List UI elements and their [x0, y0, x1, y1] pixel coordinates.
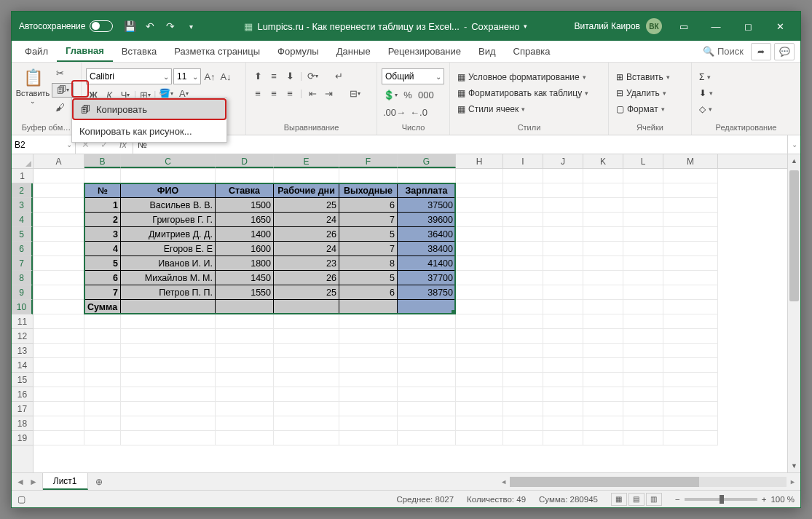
accounting-format-icon[interactable]: 💲▾	[382, 87, 399, 102]
cell[interactable]: Иванов И. И.	[121, 256, 216, 271]
cell[interactable]	[274, 402, 339, 416]
share-button[interactable]: ➦	[751, 43, 771, 60]
cell[interactable]	[274, 169, 339, 183]
cell[interactable]	[623, 329, 663, 344]
format-cells-button[interactable]: ▢Формат▾	[613, 102, 668, 116]
cells-area[interactable]: №ФИОСтавкаРабочие дниВыходныеЗарплата1Ва…	[33, 169, 787, 472]
name-box[interactable]: B2	[12, 135, 76, 154]
cell[interactable]: 36400	[398, 227, 456, 242]
cell[interactable]	[33, 402, 84, 416]
cell[interactable]: 6	[339, 198, 398, 213]
cell[interactable]	[121, 431, 216, 445]
cell[interactable]	[503, 314, 543, 329]
row-header[interactable]: 18	[12, 416, 33, 431]
cell[interactable]	[398, 329, 456, 344]
cell[interactable]	[543, 358, 583, 373]
cell[interactable]	[583, 344, 623, 358]
cell[interactable]: 26	[274, 271, 339, 285]
cell[interactable]	[216, 329, 274, 344]
cell[interactable]	[274, 314, 339, 329]
cell[interactable]	[339, 373, 398, 387]
increase-font-icon[interactable]: A↑	[202, 69, 217, 84]
cell[interactable]	[84, 329, 121, 344]
cell[interactable]	[398, 402, 456, 416]
cell[interactable]	[543, 183, 583, 198]
cell[interactable]: Дмитриев Д. Д.	[121, 227, 216, 242]
cell[interactable]	[503, 387, 543, 402]
cell[interactable]	[339, 300, 398, 314]
column-header[interactable]: D	[216, 154, 274, 168]
menu-item-copy[interactable]: 🗐 Копировать	[73, 99, 226, 119]
cell[interactable]	[456, 271, 503, 285]
cell[interactable]	[456, 416, 503, 431]
cell[interactable]	[339, 387, 398, 402]
comma-format-icon[interactable]: 000	[417, 87, 435, 102]
scroll-up-icon[interactable]: ▲	[788, 154, 800, 167]
cell[interactable]	[543, 431, 583, 445]
zoom-out-icon[interactable]: −	[675, 495, 680, 504]
cell[interactable]	[503, 300, 543, 314]
tab-home[interactable]: Главная	[57, 41, 113, 62]
cell[interactable]: 38750	[398, 285, 456, 300]
align-center-icon[interactable]: ≡	[267, 86, 281, 100]
cell[interactable]	[121, 329, 216, 344]
cell[interactable]	[663, 344, 718, 358]
cell[interactable]	[121, 169, 216, 183]
normal-view-icon[interactable]: ▦	[611, 493, 627, 506]
cell[interactable]	[84, 344, 121, 358]
cell[interactable]	[543, 314, 583, 329]
tab-review[interactable]: Рецензирование	[379, 41, 470, 62]
cell[interactable]: №	[84, 183, 121, 198]
cell[interactable]	[583, 227, 623, 242]
cell[interactable]: 5	[84, 256, 121, 271]
column-header[interactable]: B	[84, 154, 121, 168]
cell[interactable]: 6	[84, 271, 121, 285]
cell[interactable]	[543, 256, 583, 271]
cell[interactable]	[216, 169, 274, 183]
cell[interactable]	[33, 242, 84, 256]
cell[interactable]	[456, 183, 503, 198]
cell[interactable]	[503, 431, 543, 445]
cell[interactable]	[623, 242, 663, 256]
menu-item-copy-as-picture[interactable]: Копировать как рисунок...	[72, 120, 226, 142]
cell[interactable]	[543, 402, 583, 416]
cell[interactable]	[339, 358, 398, 373]
tab-view[interactable]: Вид	[470, 41, 505, 62]
cell[interactable]	[84, 169, 121, 183]
cell[interactable]	[623, 431, 663, 445]
cell[interactable]	[84, 387, 121, 402]
cell[interactable]	[274, 329, 339, 344]
cell[interactable]	[456, 329, 503, 344]
row-header[interactable]: 16	[12, 387, 33, 402]
column-header[interactable]: G	[398, 154, 456, 168]
close-button[interactable]: ✕	[764, 12, 796, 41]
cell[interactable]: 7	[339, 242, 398, 256]
column-header[interactable]: L	[623, 154, 663, 168]
cell[interactable]	[623, 198, 663, 213]
cell[interactable]: Ставка	[216, 183, 274, 198]
scrollbar-thumb[interactable]	[789, 170, 799, 301]
cell[interactable]	[121, 373, 216, 387]
cell[interactable]	[33, 387, 84, 402]
cell[interactable]	[543, 416, 583, 431]
cell[interactable]: Рабочие дни	[274, 183, 339, 198]
cell[interactable]	[84, 402, 121, 416]
font-name-select[interactable]: Calibri	[86, 68, 172, 84]
insert-cells-button[interactable]: ⊞Вставить▾	[613, 70, 673, 84]
cell[interactable]	[456, 344, 503, 358]
cell[interactable]	[216, 387, 274, 402]
font-size-select[interactable]: 11	[173, 68, 201, 84]
cell[interactable]	[583, 358, 623, 373]
saved-dropdown-icon[interactable]: ▾	[524, 23, 527, 30]
cell[interactable]: 24	[274, 242, 339, 256]
cell[interactable]	[543, 344, 583, 358]
cell[interactable]	[33, 344, 84, 358]
cell[interactable]	[503, 271, 543, 285]
delete-cells-button[interactable]: ⊟Удалить▾	[613, 86, 669, 100]
spreadsheet-grid[interactable]: ABCDEFGHIJKLM 12345678910111213141516171…	[12, 154, 800, 472]
zoom-control[interactable]: − + 100 %	[675, 495, 795, 504]
autosum-button[interactable]: Σ▾	[696, 70, 714, 84]
cell[interactable]	[583, 402, 623, 416]
column-header[interactable]: H	[456, 154, 503, 168]
cell[interactable]: 1	[84, 198, 121, 213]
